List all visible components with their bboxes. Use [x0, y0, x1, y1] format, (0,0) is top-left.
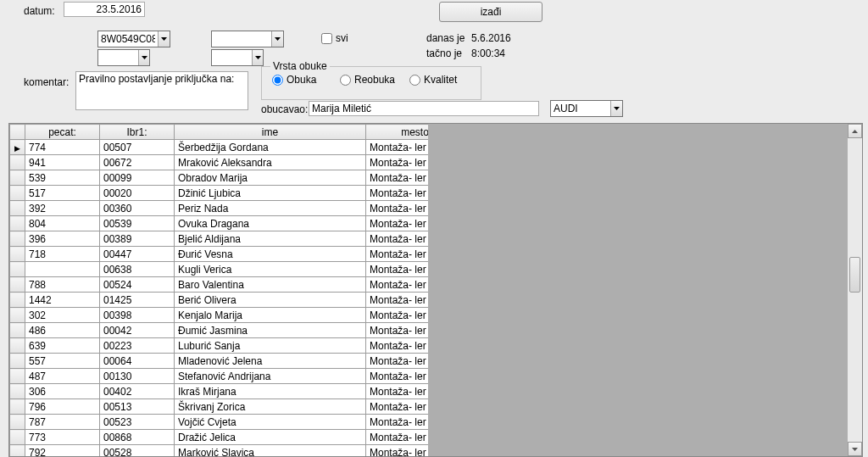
col-ibr[interactable]: Ibr1: [100, 125, 175, 140]
cell-pecat[interactable]: 804 [25, 216, 100, 231]
table-row[interactable]: 30600402Ikraš MirjanaMontaža- ler [10, 384, 429, 399]
cell-ibr[interactable]: 01425 [100, 293, 175, 308]
table-row[interactable]: 00638Kugli VericaMontaža- ler [10, 262, 429, 277]
combo-2[interactable] [211, 31, 284, 47]
table-row[interactable]: 48700130Stefanović AndrijanaMontaža- ler [10, 369, 429, 384]
cell-ibr[interactable]: 00528 [100, 445, 175, 457]
table-row[interactable]: 80400539Ovuka DraganaMontaža- ler [10, 216, 429, 231]
chevron-down-icon[interactable] [138, 50, 149, 65]
cell-mesto[interactable]: Montaža- ler [366, 155, 429, 170]
cell-pecat[interactable]: 718 [25, 247, 100, 262]
vertical-scrollbar[interactable] [847, 124, 862, 456]
cell-ime[interactable]: Kugli Verica [175, 262, 366, 277]
cell-ime[interactable]: Vojčić Cvjeta [175, 415, 366, 430]
cell-pecat[interactable]: 302 [25, 308, 100, 323]
row-header[interactable] [10, 277, 25, 293]
komentar-textarea[interactable] [75, 71, 248, 110]
cell-ime[interactable]: Kenjalo Marija [175, 308, 366, 323]
cell-ime[interactable]: Ikraš Mirjana [175, 384, 366, 399]
row-header[interactable] [10, 186, 25, 201]
table-row[interactable]: 63900223Luburić SanjaMontaža- ler [10, 338, 429, 354]
scroll-thumb[interactable] [849, 257, 860, 293]
combo-4[interactable] [211, 49, 264, 66]
cell-ime[interactable]: Džinić Ljubica [175, 186, 366, 201]
cell-pecat[interactable]: 392 [25, 201, 100, 216]
cell-ibr[interactable]: 00042 [100, 323, 175, 338]
brand-combo-input[interactable] [551, 101, 610, 116]
cell-mesto[interactable]: Montaža- ler [366, 231, 429, 247]
cell-pecat[interactable]: 557 [25, 354, 100, 369]
table-row[interactable]: 51700020Džinić LjubicaMontaža- ler [10, 186, 429, 201]
cell-mesto[interactable]: Montaža- ler [366, 201, 429, 216]
cell-pecat[interactable]: 306 [25, 384, 100, 399]
cell-ime[interactable]: Đumić Jasmina [175, 323, 366, 338]
cell-pecat[interactable]: 487 [25, 369, 100, 384]
cell-ibr[interactable]: 00507 [100, 140, 175, 155]
izadi-button[interactable]: izađi [439, 2, 542, 22]
row-header[interactable] [10, 293, 25, 308]
cell-ibr[interactable]: 00868 [100, 430, 175, 445]
cell-ibr[interactable]: 00099 [100, 170, 175, 186]
table-row[interactable]: 30200398Kenjalo MarijaMontaža- ler [10, 308, 429, 323]
cell-mesto[interactable]: Montaža- ler [366, 399, 429, 415]
row-header[interactable] [10, 354, 25, 369]
cell-mesto[interactable]: Montaža- ler [366, 262, 429, 277]
datum-input[interactable] [64, 2, 145, 17]
cell-mesto[interactable]: Montaža- ler [366, 445, 429, 457]
cell-mesto[interactable]: Montaža- ler [366, 293, 429, 308]
radio-reobuka[interactable]: Reobuka [340, 74, 395, 86]
scroll-down-button[interactable] [848, 442, 862, 456]
cell-ibr[interactable]: 00360 [100, 201, 175, 216]
cell-pecat[interactable]: 639 [25, 338, 100, 354]
combo-code[interactable] [97, 31, 170, 47]
cell-ibr[interactable]: 00539 [100, 216, 175, 231]
cell-ime[interactable]: Šerbedžija Gordana [175, 140, 366, 155]
cell-ime[interactable]: Marković Slavica [175, 445, 366, 457]
cell-ibr[interactable]: 00447 [100, 247, 175, 262]
row-header[interactable] [10, 338, 25, 354]
cell-pecat[interactable]: 796 [25, 399, 100, 415]
brand-combo[interactable] [550, 100, 623, 117]
chevron-down-icon[interactable] [158, 31, 170, 47]
cell-ime[interactable]: Mraković Aleksandra [175, 155, 366, 170]
table-row[interactable]: 79600513Škrivanj ZoricaMontaža- ler [10, 399, 429, 415]
row-header[interactable] [10, 216, 25, 231]
cell-ibr[interactable]: 00398 [100, 308, 175, 323]
cell-ibr[interactable]: 00672 [100, 155, 175, 170]
row-header[interactable] [10, 415, 25, 430]
row-header[interactable] [10, 170, 25, 186]
row-header[interactable] [10, 323, 25, 338]
data-grid[interactable]: pecat: Ibr1: ime mesto komentar ▶7740050… [8, 123, 863, 457]
cell-ime[interactable]: Dražić Jelica [175, 430, 366, 445]
cell-pecat[interactable] [25, 262, 100, 277]
cell-pecat[interactable]: 486 [25, 323, 100, 338]
cell-mesto[interactable]: Montaža- ler [366, 308, 429, 323]
cell-ime[interactable]: Periz Nada [175, 201, 366, 216]
col-mesto[interactable]: mesto [366, 125, 429, 140]
cell-mesto[interactable]: Montaža- ler [366, 369, 429, 384]
cell-ibr[interactable]: 00389 [100, 231, 175, 247]
cell-pecat[interactable]: 774 [25, 140, 100, 155]
cell-ime[interactable]: Škrivanj Zorica [175, 399, 366, 415]
combo-4-input[interactable] [212, 50, 252, 65]
cell-mesto[interactable]: Montaža- ler [366, 354, 429, 369]
row-header[interactable] [10, 247, 25, 262]
combo-2-input[interactable] [212, 31, 271, 47]
cell-ime[interactable]: Ovuka Dragana [175, 216, 366, 231]
cell-pecat[interactable]: 517 [25, 186, 100, 201]
table-row[interactable]: 55700064Mladenović JelenaMontaža- ler [10, 354, 429, 369]
combo-code-input[interactable] [98, 31, 158, 47]
chevron-down-icon[interactable] [252, 50, 263, 65]
cell-mesto[interactable]: Montaža- ler [366, 277, 429, 293]
cell-pecat[interactable]: 396 [25, 231, 100, 247]
cell-pecat[interactable]: 787 [25, 415, 100, 430]
cell-mesto[interactable]: Montaža- ler [366, 323, 429, 338]
row-header[interactable] [10, 369, 25, 384]
col-ime[interactable]: ime [175, 125, 366, 140]
table-row[interactable]: 71800447Đurić VesnaMontaža- ler [10, 247, 429, 262]
table-row[interactable]: 78700523Vojčić CvjetaMontaža- ler [10, 415, 429, 430]
cell-ibr[interactable]: 00638 [100, 262, 175, 277]
cell-pecat[interactable]: 539 [25, 170, 100, 186]
cell-ibr[interactable]: 00130 [100, 369, 175, 384]
table-row[interactable]: 53900099Obradov MarijaMontaža- ler [10, 170, 429, 186]
